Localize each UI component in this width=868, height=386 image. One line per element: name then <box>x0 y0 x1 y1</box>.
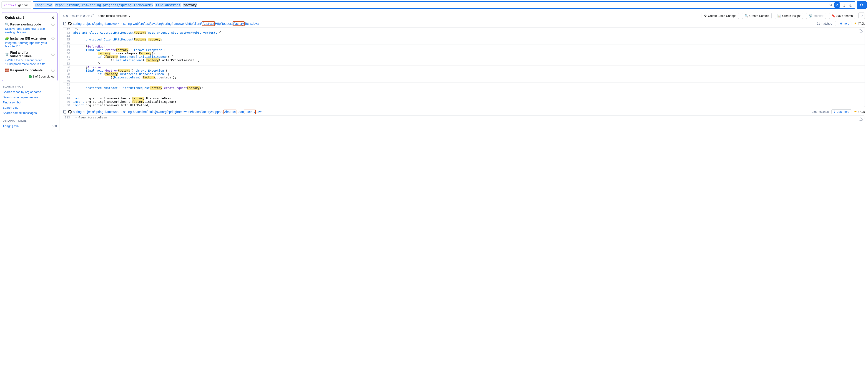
code-line[interactable]: 57 final void destroyFactory() throws Ex… <box>63 69 865 72</box>
cloud-icon[interactable] <box>859 29 863 33</box>
code-line[interactable]: 49 final void createFactory() throws Exc… <box>63 48 865 52</box>
code-block[interactable]: 113 * @see #createBean <box>63 116 865 119</box>
regex-toggle[interactable]: .* <box>834 2 840 8</box>
code-line[interactable]: 59 ((DisposableBean) factory).destroy(); <box>63 76 865 79</box>
code-line[interactable]: 46 <box>63 41 865 44</box>
qs-item-vuln[interactable]: 🛡️Find and fix vulnerabilities Watch the… <box>5 51 55 66</box>
case-toggle[interactable]: Aa <box>828 2 833 8</box>
show-more-button[interactable]: ⇣6 more <box>835 21 851 26</box>
code-line[interactable]: 42 */ <box>63 28 865 31</box>
code-content: ((InitializingBean) factory).afterProper… <box>73 58 202 62</box>
repo-link[interactable]: spring-projects/spring-framework <box>73 22 119 26</box>
side-link[interactable]: Find a symbol <box>2 100 58 105</box>
create-batch-change-button[interactable]: ⚙Create Batch Change <box>702 13 739 19</box>
code-block[interactable]: 42 */43abstract class AbstractHttpReques… <box>63 27 865 107</box>
line-number: 28 <box>63 97 73 100</box>
code-line[interactable]: 29import org.springframework.beans.facto… <box>63 100 865 103</box>
code-line[interactable]: 28import org.springframework.beans.facto… <box>63 97 865 100</box>
side-link[interactable]: Search diffs <box>2 105 58 110</box>
code-line[interactable]: 60 } <box>63 79 865 83</box>
search-input[interactable]: lang:Java repo:^github\.com/spring-proje… <box>33 1 855 9</box>
code-line[interactable]: 63 <box>63 83 865 86</box>
context-pill[interactable]: context:global <box>1 1 31 9</box>
code-line[interactable]: 113 * @see #createBean <box>63 116 865 119</box>
qs-item-reuse[interactable]: 🔍Reuse existing code Discover and learn … <box>5 23 55 34</box>
incident-icon: 🧱 <box>5 68 9 72</box>
filter-lang-java[interactable]: lang:java 500 <box>2 123 58 129</box>
results-bar: 500+ results in 0.04s i Some results exc… <box>63 12 865 19</box>
code-content: factory = createRequestFactory(); <box>73 52 159 55</box>
stars: ★47.9k <box>854 110 865 114</box>
code-content: import org.springframework.beans.factory… <box>73 97 175 100</box>
code-line[interactable]: 50 factory = createRequestFactory(); <box>63 52 865 55</box>
line-number: 58 <box>63 72 73 76</box>
create-insight-button[interactable]: 📊Create Insight <box>775 13 803 19</box>
code-content: @BeforeEach <box>73 45 107 48</box>
code-line[interactable]: 44 <box>63 34 865 38</box>
qs-item-incidents[interactable]: 🧱Respond to incidents <box>5 68 55 72</box>
code-line[interactable]: 43abstract class AbstractHttpRequestFact… <box>63 31 865 34</box>
qs-desc: Discover and learn how to use existing l… <box>5 27 55 34</box>
excluded-toggle[interactable]: Some results excluded ⌄ <box>97 14 130 18</box>
create-context-button[interactable]: 🔍Create Context <box>742 13 772 19</box>
line-number: 63 <box>63 83 73 86</box>
code-content: abstract class AbstractHttpRequestFactor… <box>73 31 223 34</box>
code-content: ((DisposableBean) factory).destroy(); <box>73 76 179 79</box>
show-more-button[interactable]: ⇣335 more <box>831 109 851 114</box>
github-icon <box>68 22 72 26</box>
copy-icon[interactable] <box>848 2 854 8</box>
code-line[interactable]: 65 <box>63 90 865 93</box>
match-count: 356 matches <box>812 110 829 114</box>
line-number: 49 <box>63 48 73 52</box>
side-link[interactable]: Search repos by org or name <box>2 89 58 95</box>
batch-icon: ⚙ <box>704 14 707 18</box>
qs-item-ide[interactable]: 🧩Install an IDE extension Integrate Sour… <box>5 37 55 48</box>
search-types-header[interactable]: SEARCH TYPES⌄ <box>2 84 58 89</box>
check-icon: ✓ <box>29 75 32 78</box>
code-content: } <box>73 79 102 83</box>
svg-rect-0 <box>850 4 852 6</box>
code-line[interactable]: 52 ((InitializingBean) factory).afterPro… <box>63 58 865 62</box>
code-line[interactable]: 45 protected ClientHttpRequestFactory fa… <box>63 38 865 41</box>
star-icon: ★ <box>854 110 857 114</box>
dynamic-filters-header[interactable]: DYNAMIC FILTERS⌄ <box>2 118 58 123</box>
line-number: 52 <box>63 58 73 62</box>
query-file: file:abstract <box>155 3 181 7</box>
code-line[interactable]: 27 <box>63 93 865 97</box>
code-line[interactable]: 48 @BeforeEach <box>63 45 865 48</box>
structural-toggle[interactable]: [ ] <box>841 2 847 8</box>
puzzle-icon: 🧩 <box>5 37 9 40</box>
file-path-link[interactable]: spring-web/src/test/java/org/springframe… <box>123 22 259 26</box>
search-button[interactable] <box>857 1 867 9</box>
qs-link-video[interactable]: Watch the 60 second video <box>5 58 55 62</box>
info-icon[interactable]: i <box>91 14 94 17</box>
code-line[interactable]: 53 } <box>63 62 865 65</box>
side-link[interactable]: Search repo dependencies <box>2 95 58 100</box>
radio-icon <box>51 53 55 56</box>
expand-button[interactable]: ⤢ <box>859 12 865 19</box>
repo-link[interactable]: spring-projects/spring-framework <box>73 110 119 114</box>
code-line[interactable]: 58 if (factory instanceof DisposableBean… <box>63 72 865 76</box>
monitor-button[interactable]: 📡Monitor <box>806 13 826 19</box>
cloud-icon[interactable] <box>859 117 863 121</box>
save-search-button[interactable]: 🔖Save search <box>829 13 855 19</box>
chart-icon: 📊 <box>777 14 781 18</box>
close-icon[interactable]: ✕ <box>51 15 55 20</box>
code-content: import org.springframework.beans.factory… <box>73 100 179 103</box>
context-val: global <box>18 3 29 7</box>
code-line[interactable]: 56 @AfterEach <box>63 65 865 69</box>
qs-link-diffs[interactable]: Find problematic code in diffs <box>5 62 55 66</box>
monitor-icon: 📡 <box>809 14 812 18</box>
code-line[interactable]: 64 protected abstract ClientHttpRequestF… <box>63 86 865 90</box>
code-line[interactable]: 51 if (factory instanceof InitializingBe… <box>63 55 865 58</box>
code-content: if (factory instanceof InitializingBean)… <box>73 55 175 58</box>
file-icon <box>63 110 67 114</box>
code-content: if (factory instanceof DisposableBean) { <box>73 72 172 76</box>
code-content: * @see #createBean <box>73 116 110 119</box>
code-line[interactable]: 30import org.springframework.http.HttpMe… <box>63 103 865 107</box>
file-path-link[interactable]: spring-beans/src/main/java/org/springfra… <box>123 110 263 114</box>
line-number: 48 <box>63 45 73 48</box>
quickstart-panel: Quick start ✕ 🔍Reuse existing code Disco… <box>2 12 58 82</box>
code-content <box>73 41 75 44</box>
side-link[interactable]: Search commit messages <box>2 110 58 116</box>
